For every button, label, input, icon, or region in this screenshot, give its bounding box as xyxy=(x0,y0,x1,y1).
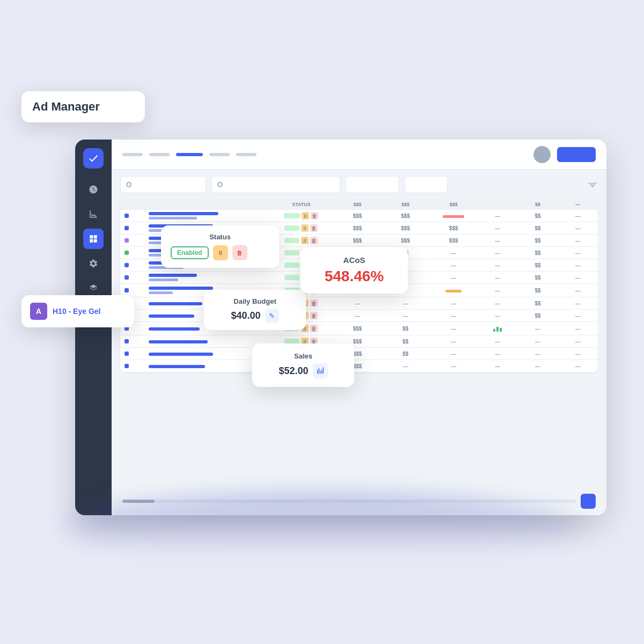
acos-label: ACoS xyxy=(311,255,397,265)
sidebar-item-settings[interactable] xyxy=(83,253,104,274)
user-avatar[interactable] xyxy=(533,146,551,163)
tab-4[interactable] xyxy=(209,153,230,156)
table-row[interactable]: ⏸🗑 $$$ — — — — — xyxy=(120,360,598,372)
tab-5[interactable] xyxy=(236,153,257,156)
delete-action[interactable]: 🗑 xyxy=(310,312,318,319)
pause-button[interactable]: ⏸ xyxy=(213,245,228,260)
sales-chart-button[interactable] xyxy=(313,363,328,378)
filter-input-1[interactable] xyxy=(346,176,399,193)
status-card: Status Enabled ⏸ 🗑 xyxy=(161,225,279,268)
product-card-inner: A H10 - Eye Gel xyxy=(30,303,126,320)
table-row[interactable]: ⏸🗑 $$$ $$ — — — — xyxy=(120,335,598,348)
status-card-row: Enabled ⏸ 🗑 xyxy=(171,245,269,260)
scroll-track xyxy=(122,500,576,503)
edit-budget-button[interactable]: ✎ xyxy=(265,309,279,323)
delete-action[interactable]: 🗑 xyxy=(310,325,318,332)
delete-action[interactable]: 🗑 xyxy=(310,299,318,307)
table-row[interactable]: ⏸ 🗑 $$$ $$$ — $$ — xyxy=(120,210,598,222)
sidebar-item-grid[interactable] xyxy=(83,229,104,249)
tab-3[interactable] xyxy=(176,153,203,156)
sidebar-item-chart[interactable] xyxy=(83,204,104,224)
product-card: A H10 - Eye Gel xyxy=(21,295,134,327)
search-row xyxy=(120,176,598,193)
daily-budget-card: Daily Budget $40.00 ✎ xyxy=(204,290,306,330)
daily-budget-value-row: $40.00 ✎ xyxy=(214,309,296,323)
ad-manager-card: Ad Manager xyxy=(21,91,145,122)
pause-action[interactable]: ⏸ xyxy=(302,212,309,219)
table-row[interactable]: ⏸🗑 — — — — $$ — xyxy=(120,310,598,322)
sidebar xyxy=(75,140,112,515)
scroll-end-button[interactable] xyxy=(581,494,596,509)
scroll-bar xyxy=(122,494,596,509)
product-name: H10 - Eye Gel xyxy=(53,307,101,316)
status-card-title: Status xyxy=(171,233,269,241)
daily-budget-value: $40.00 xyxy=(231,310,260,321)
search-icon-2 xyxy=(217,182,223,187)
daily-budget-label: Daily Budget xyxy=(214,297,296,305)
search-input-secondary[interactable] xyxy=(211,176,340,193)
delete-action[interactable]: 🗑 xyxy=(310,224,318,232)
sales-label: Sales xyxy=(263,352,343,360)
main-content: Status $$$ $$$ $$$ $$ — xyxy=(112,140,606,515)
table-row[interactable]: ⏸🗑 $$$ $$ — — — xyxy=(120,322,598,335)
delete-action[interactable]: 🗑 xyxy=(310,237,318,244)
delete-action[interactable]: 🗑 xyxy=(311,212,318,219)
scroll-thumb[interactable] xyxy=(122,500,155,503)
table-row[interactable]: ⏸🗑 $$$ $$ — — — — xyxy=(120,348,598,360)
app-logo[interactable] xyxy=(83,148,104,169)
sales-value-row: $52.00 xyxy=(263,363,343,378)
table-row[interactable]: ⏸🗑 — — — — $$ — xyxy=(120,297,598,310)
app-scene: Status $$$ $$$ $$$ $$ — xyxy=(38,97,606,515)
top-bar xyxy=(112,140,606,170)
acos-value: 548.46% xyxy=(311,268,397,285)
ad-manager-title: Ad Manager xyxy=(32,100,134,114)
enabled-badge[interactable]: Enabled xyxy=(171,246,209,259)
pause-action[interactable]: ⏸ xyxy=(301,224,309,232)
search-input-main[interactable] xyxy=(120,176,206,193)
product-avatar: A xyxy=(30,303,47,320)
search-icon xyxy=(126,182,131,187)
filter-input-2[interactable] xyxy=(405,176,448,193)
table-area: Status $$$ $$$ $$$ $$ — xyxy=(112,170,606,515)
sidebar-item-clock[interactable] xyxy=(83,179,104,200)
filter-icon[interactable] xyxy=(587,179,598,190)
tab-2[interactable] xyxy=(149,153,170,156)
tab-1[interactable] xyxy=(122,153,143,156)
sales-card: Sales $52.00 xyxy=(252,343,354,387)
action-button[interactable] xyxy=(557,147,596,162)
sales-value: $52.00 xyxy=(279,365,308,377)
app-window: Status $$$ $$$ $$$ $$ — xyxy=(75,140,606,515)
acos-card: ACoS 548.46% xyxy=(301,247,408,294)
pause-action[interactable]: ⏸ xyxy=(301,237,309,244)
delete-button[interactable]: 🗑 xyxy=(232,245,247,260)
